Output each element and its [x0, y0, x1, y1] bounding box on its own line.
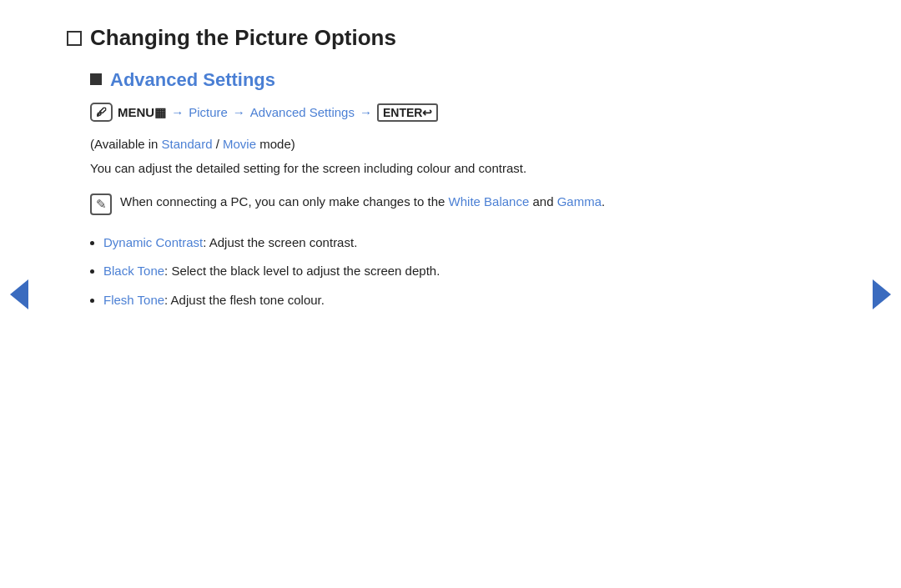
- note-icon: ✎: [90, 193, 112, 215]
- bullet-list: Dynamic Contrast: Adjust the screen cont…: [103, 234, 834, 310]
- note-text-suffix: .: [602, 194, 605, 209]
- available-prefix: (Available in: [90, 137, 162, 151]
- subsection: Advanced Settings: [90, 69, 834, 91]
- list-item: Flesh Tone: Adjust the flesh tone colour…: [103, 291, 834, 310]
- bullet-link-flesh-tone: Flesh Tone: [103, 293, 164, 307]
- note-text-prefix: When connecting a PC, you can only make …: [120, 194, 449, 209]
- bullet-link-dynamic-contrast: Dynamic Contrast: [103, 235, 203, 249]
- menu-arrow-2: →: [233, 105, 245, 119]
- menu-keyword: MENU▦: [118, 105, 166, 120]
- bullet-link-black-tone: Black Tone: [103, 264, 164, 278]
- bullet-text-black-tone: : Select the black level to adjust the s…: [164, 264, 440, 278]
- menu-arrow-3: →: [360, 105, 372, 119]
- note-block: ✎ When connecting a PC, you can only mak…: [90, 192, 834, 215]
- available-separator: /: [213, 137, 224, 151]
- menu-path: 🖋 MENU▦ → Picture → Advanced Settings → …: [90, 103, 834, 122]
- subsection-square-icon: [90, 73, 102, 85]
- subsection-title: Advanced Settings: [110, 69, 275, 91]
- enter-key: ENTER↩: [377, 103, 438, 122]
- menu-advanced-settings-link: Advanced Settings: [250, 105, 355, 119]
- note-pencil-icon: ✎: [96, 197, 107, 212]
- section-checkbox-icon: [67, 31, 82, 46]
- list-item: Black Tone: Select the black level to ad…: [103, 262, 834, 281]
- page-container: Changing the Picture Options Advanced Se…: [0, 0, 901, 588]
- menu-arrow-1: →: [171, 105, 184, 119]
- bullet-text-flesh-tone: : Adjust the flesh tone colour.: [164, 293, 325, 307]
- description-line: You can adjust the detailed setting for …: [90, 159, 834, 178]
- menu-icon-text: 🖋: [96, 106, 107, 118]
- note-text: When connecting a PC, you can only make …: [120, 192, 605, 211]
- menu-icon: 🖋: [90, 103, 113, 122]
- list-item: Dynamic Contrast: Adjust the screen cont…: [103, 234, 834, 253]
- section-heading: Changing the Picture Options: [67, 25, 834, 51]
- note-gamma-link: Gamma: [557, 194, 602, 209]
- available-suffix: mode): [256, 137, 295, 151]
- available-movie-link: Movie: [223, 137, 256, 151]
- available-standard-link: Standard: [162, 137, 213, 151]
- section-heading-text: Changing the Picture Options: [90, 25, 396, 51]
- bullet-text-dynamic-contrast: : Adjust the screen contrast.: [203, 235, 357, 249]
- note-white-balance-link: White Balance: [449, 194, 530, 209]
- menu-picture-link: Picture: [189, 105, 228, 119]
- note-text-middle: and: [529, 194, 556, 209]
- available-line: (Available in Standard / Movie mode): [90, 137, 834, 151]
